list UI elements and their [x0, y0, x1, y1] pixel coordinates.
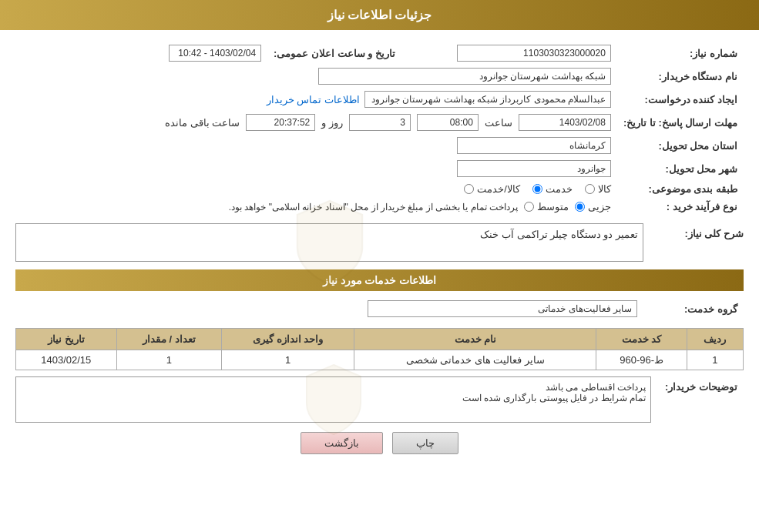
services-table: ردیف کد خدمت نام خدمت واحد اندازه گیری ت… — [15, 328, 744, 370]
need-number-label: شماره نیاز: — [617, 42, 744, 65]
deadline-label: مهلت ارسال پاسخ: تا تاریخ: — [617, 111, 744, 134]
info-table-top: شماره نیاز: 1103030323000020 تاریخ و ساع… — [15, 42, 744, 216]
deadline-days: 3 — [349, 114, 411, 131]
buyer-org-label: نام دستگاه خریدار: — [617, 65, 744, 88]
province-value: کرمانشاه — [457, 137, 611, 154]
service-group-value: سایر فعالیت‌های خدماتی — [368, 300, 637, 317]
process-jozi-text: جزیی — [588, 201, 611, 212]
deadline-days-label: روز و — [321, 117, 343, 129]
category-label: طبقه بندی موضوعی: — [617, 180, 744, 198]
col-header-date: تاریخ نیاز — [16, 329, 117, 350]
category-kala-khedmat-text: کالا/خدمت — [477, 183, 520, 195]
creator-label: ایجاد کننده درخواست: — [617, 88, 744, 111]
buttons-row: چاپ بازگشت — [15, 432, 744, 466]
shield-watermark-2-icon — [295, 361, 372, 438]
col-header-row: ردیف — [687, 329, 743, 350]
category-khedmat-text: خدمت — [546, 183, 573, 195]
cell-row-number: 1 — [687, 350, 743, 370]
category-option-kala-khedmat[interactable]: کالا/خدمت — [464, 183, 520, 195]
col-header-unit: واحد اندازه گیری — [222, 329, 354, 350]
deadline-remaining-label: ساعت باقی مانده — [165, 117, 240, 129]
category-option-khedmat[interactable]: خدمت — [532, 183, 573, 195]
col-header-name: نام خدمت — [354, 329, 596, 350]
need-description-box: تعمیر دو دستگاه چیلر تراکمی آب خنک — [15, 223, 643, 262]
service-group-label: گروه خدمت: — [643, 297, 744, 320]
services-section-header: اطلاعات خدمات مورد نیاز — [15, 269, 744, 291]
buyer-notes-wrapper: توضیحات خریدار: پرداخت اقساطی می باشد تم… — [15, 376, 744, 423]
need-desc-label: شرح کلی نیاز: — [643, 223, 744, 244]
deadline-time-label: ساعت — [485, 117, 512, 129]
buyer-notes-box: پرداخت اقساطی می باشد تمام شرایط در فایل… — [15, 376, 651, 423]
col-header-qty: تعداد / مقدار — [116, 329, 222, 350]
province-label: استان محل تحویل: — [617, 134, 744, 157]
buyer-org-value: شبکه بهداشت شهرستان جوانرود — [318, 68, 611, 85]
category-kala-text: کالا — [598, 183, 611, 195]
contact-link[interactable]: اطلاعات تماس خریدار — [267, 94, 360, 105]
table-row: 1 ط-96-960 سایر فعالیت های خدماتی شخصی 1… — [16, 350, 744, 370]
page-header: جزئیات اطلاعات نیاز — [0, 0, 759, 30]
cell-name: سایر فعالیت های خدماتی شخصی — [354, 350, 596, 370]
announcement-date-label: تاریخ و ساعت اعلان عمومی: — [267, 42, 401, 65]
process-option-motavasset[interactable]: متوسط — [524, 201, 569, 212]
need-desc-wrapper: شرح کلی نیاز: تعمیر دو دستگاه چیلر تراکم… — [15, 223, 744, 262]
city-label: شهر محل تحویل: — [617, 157, 744, 180]
category-option-kala[interactable]: کالا — [585, 183, 611, 195]
page-title: جزئیات اطلاعات نیاز — [327, 8, 432, 22]
announcement-date-value: 1403/02/04 - 10:42 — [169, 45, 261, 62]
city-value: جوانرود — [457, 160, 611, 177]
cell-date: 1403/02/15 — [16, 350, 117, 370]
process-option-jozi[interactable]: جزیی — [575, 201, 611, 212]
process-motavasset-text: متوسط — [537, 201, 569, 212]
deadline-time: 08:00 — [417, 114, 479, 131]
page-wrapper: جزئیات اطلاعات نیاز شماره نیاز: 11030303… — [0, 0, 759, 532]
deadline-remaining: 20:37:52 — [246, 114, 315, 131]
cell-qty: 1 — [116, 350, 222, 370]
buyer-notes-label: توضیحات خریدار: — [651, 376, 744, 397]
deadline-date: 1403/02/08 — [519, 114, 611, 131]
need-number-value: 1103030323000020 — [457, 45, 611, 62]
service-group-table: گروه خدمت: سایر فعالیت‌های خدماتی — [15, 297, 744, 320]
shield-watermark-icon — [284, 196, 376, 289]
col-header-code: کد خدمت — [596, 329, 687, 350]
main-content: شماره نیاز: 1103030323000020 تاریخ و ساع… — [0, 30, 759, 477]
process-type-label: نوع فرآیند خرید : — [617, 198, 744, 216]
cell-code: ط-96-960 — [596, 350, 687, 370]
creator-value: عبدالسلام محمودی کاربرداز شبکه بهداشت شه… — [364, 91, 611, 108]
print-button[interactable]: چاپ — [392, 432, 458, 454]
need-description-text: تعمیر دو دستگاه چیلر تراکمی آب خنک — [480, 229, 638, 240]
